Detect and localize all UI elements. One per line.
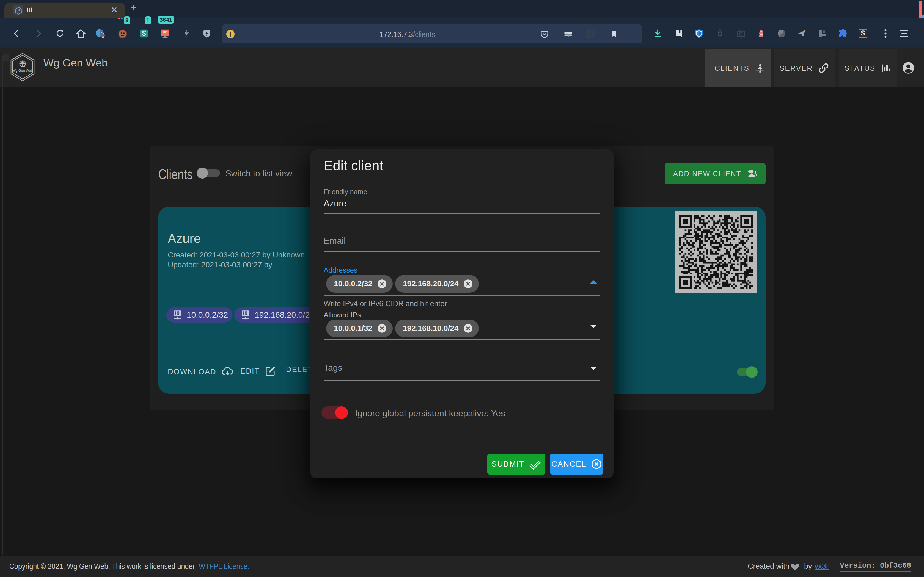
svg-text:Wg Gen Web: Wg Gen Web — [12, 69, 33, 73]
